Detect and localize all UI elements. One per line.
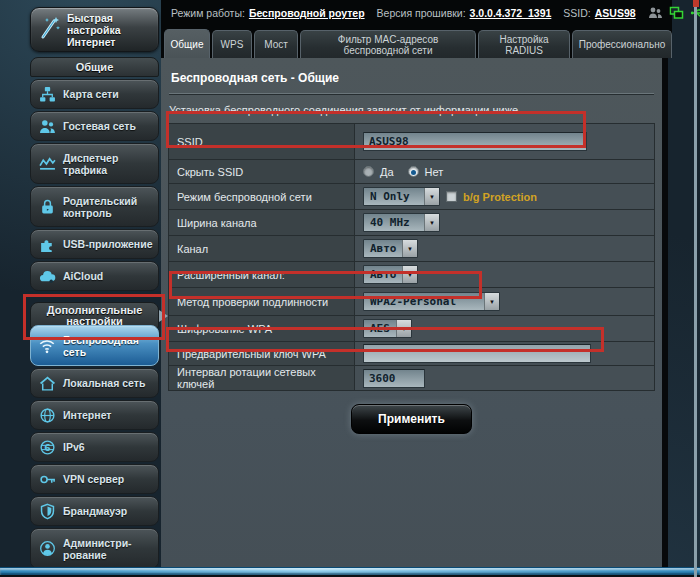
svg-text:6: 6 <box>44 443 50 453</box>
apply-button[interactable]: Применить <box>351 404 472 434</box>
tab-radius[interactable]: Настройка RADIUS <box>478 30 570 58</box>
sidebar-item-wan[interactable]: Интернет <box>30 400 159 430</box>
scrollbar[interactable] <box>694 0 697 577</box>
wireless-mode-select[interactable]: N Only ▼ <box>363 187 440 206</box>
row-channel-width: Ширина канала 40 MHz ▼ <box>169 210 654 236</box>
scrollbar-marker <box>693 0 699 7</box>
wireless-icon <box>31 337 63 355</box>
dropdown-arrow-icon: ▼ <box>402 266 417 283</box>
bg-protection-label: b/g Protection <box>463 191 537 203</box>
row-wireless-mode: Режим беспроводной сети N Only ▼ b/g Pro… <box>169 184 654 210</box>
extension-channel-select[interactable]: Авто ▼ <box>363 265 418 284</box>
bottom-window-edge <box>0 567 700 575</box>
ssid-input[interactable] <box>363 132 587 151</box>
tab-bridge[interactable]: Мост <box>254 30 298 58</box>
sidebar: Общие Карта сети Гостевая сеть Диспетчер… <box>30 57 159 577</box>
ssid-status-label: SSID: <box>563 7 590 19</box>
sidebar-item-wireless[interactable]: Беспроводная сеть <box>30 325 159 366</box>
magic-wand-icon <box>37 13 63 47</box>
sidebar-item-guest-network[interactable]: Гостевая сеть <box>30 111 159 141</box>
auth-method-select[interactable]: WPA2-Personal ▼ <box>363 292 500 311</box>
quick-setup-label: Быстрая настройка Интернет <box>67 12 154 48</box>
usb-app-icon <box>31 236 63 253</box>
status-row: Режим работы: Беспроводной роутер Версия… <box>171 6 666 20</box>
tab-general[interactable]: Общие <box>164 29 210 58</box>
dropdown-arrow-icon: ▼ <box>402 240 417 257</box>
wpa-encryption-select[interactable]: AES ▼ <box>363 319 412 338</box>
page-description: Установка беспроводного соединения завис… <box>161 95 662 123</box>
lan-house-icon <box>31 375 63 392</box>
network-map-icon <box>31 86 63 103</box>
parental-control-icon <box>31 198 63 215</box>
selected-item-pointer-icon <box>159 310 168 322</box>
sidebar-item-lan[interactable]: Локальная сеть <box>30 368 159 398</box>
internet-globe-icon <box>31 407 63 424</box>
dropdown-arrow-icon: ▼ <box>396 320 411 337</box>
bg-protection-checkbox[interactable] <box>446 191 457 202</box>
page-title: Беспроводная сеть - Общие <box>161 58 662 91</box>
ipv6-icon: 6 <box>31 439 63 456</box>
sidebar-item-network-map[interactable]: Карта сети <box>30 79 159 109</box>
wireless-settings-form: SSID Скрыть SSID Да Нет Режим беспроводн… <box>168 123 655 391</box>
ssid-status-link[interactable]: ASUS98 <box>595 7 636 19</box>
aicloud-icon <box>31 268 63 285</box>
vpn-key-icon <box>31 471 63 488</box>
quick-setup-button[interactable]: Быстрая настройка Интернет <box>30 7 159 52</box>
operation-mode-label: Режим работы: <box>171 7 245 19</box>
dropdown-arrow-icon: ▼ <box>424 214 439 231</box>
sidebar-item-traffic-manager[interactable]: Диспетчер трафика <box>30 143 159 184</box>
sidebar-item-administration[interactable]: Администри-рование <box>30 528 159 569</box>
dropdown-arrow-icon: ▼ <box>484 293 499 310</box>
sidebar-item-aicloud[interactable]: AiCloud <box>30 261 159 291</box>
channel-select[interactable]: Авто ▼ <box>363 239 418 258</box>
row-hide-ssid: Скрыть SSID Да Нет <box>169 160 654 184</box>
operation-mode-link[interactable]: Беспроводной роутер <box>249 7 365 19</box>
network-status-icon[interactable] <box>669 6 684 20</box>
dropdown-arrow-icon: ▼ <box>424 188 439 205</box>
channel-width-select[interactable]: 40 MHz ▼ <box>363 213 440 232</box>
row-auth-method: Метод проверки подлинности WPA2-Personal… <box>169 288 654 316</box>
wpa-key-input[interactable] <box>363 344 591 363</box>
key-rotation-input[interactable] <box>363 369 425 388</box>
row-channel: Канал Авто ▼ <box>169 236 654 262</box>
sidebar-item-usb-app[interactable]: USB-приложение <box>30 229 159 259</box>
router-admin-page: Быстрая настройка Интернет Общие Карта с… <box>0 0 700 577</box>
row-extension-channel: Расширенный канал: Авто ▼ <box>169 262 654 288</box>
tab-professional[interactable]: Профессионально <box>572 30 672 58</box>
tab-bar: Общие WPS Мост Фильтр MAC-адресов беспро… <box>164 29 672 58</box>
top-status-bar: Режим работы: Беспроводной роутер Версия… <box>161 0 672 58</box>
main-panel: Беспроводная сеть - Общие Установка бесп… <box>161 58 668 567</box>
row-key-rotation: Интервал ротации сетевых ключей <box>169 366 654 390</box>
traffic-manager-icon <box>31 155 63 172</box>
firewall-shield-icon <box>31 503 63 520</box>
sidebar-item-ipv6[interactable]: 6 IPv6 <box>30 432 159 462</box>
clients-icon[interactable] <box>648 6 663 20</box>
admin-person-icon <box>31 540 63 557</box>
hide-ssid-yes-radio[interactable] <box>363 166 374 177</box>
row-wpa-encryption: Шифрование WPA AES ▼ <box>169 316 654 342</box>
sidebar-item-parental-control[interactable]: Родительский контроль <box>30 186 159 227</box>
firmware-version-label: Версия прошивки: <box>377 7 466 19</box>
guest-network-icon <box>31 118 63 135</box>
hide-ssid-no-radio[interactable] <box>408 166 419 177</box>
row-wpa-key: Предварительный ключ WPA <box>169 342 654 366</box>
row-ssid: SSID <box>169 124 654 160</box>
sidebar-item-vpn[interactable]: VPN сервер <box>30 464 159 494</box>
tab-mac-filter[interactable]: Фильтр MAC-адресов беспроводной сети <box>300 30 476 58</box>
sidebar-section-general-title: Общие <box>30 57 159 77</box>
tab-wps[interactable]: WPS <box>212 30 252 58</box>
sidebar-item-firewall[interactable]: Брандмауэр <box>30 496 159 526</box>
firmware-version-link[interactable]: 3.0.0.4.372_1391 <box>470 7 552 19</box>
